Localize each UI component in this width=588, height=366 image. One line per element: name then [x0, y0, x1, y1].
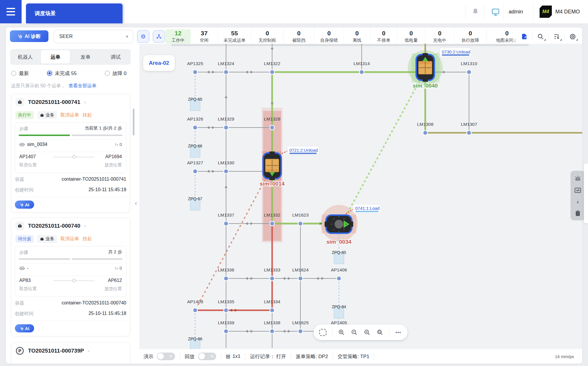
map-node[interactable] [270, 329, 274, 334]
map-node[interactable] [337, 276, 341, 281]
sidebar-collapse-handle[interactable]: ‹ [135, 199, 137, 207]
replay-toggle[interactable]: N [198, 353, 216, 360]
stat-self-error[interactable]: 0自身报错 [314, 27, 344, 46]
map-node[interactable] [298, 221, 303, 226]
traffic-strategy[interactable]: 交管策略: TP1 [338, 353, 370, 360]
map-node[interactable] [193, 169, 197, 174]
hold-order-link[interactable]: 挂起 [83, 112, 92, 118]
zoom-fit-selection-button[interactable] [377, 329, 384, 336]
ai-diagnose-button[interactable]: AI 诊断 [10, 30, 48, 42]
stat-not-accepting[interactable]: 0不接单 [370, 27, 397, 46]
sidebar-scrollbar[interactable] [133, 109, 134, 135]
box-select-button[interactable] [319, 329, 326, 336]
grid-value[interactable]: 1x1 [232, 353, 240, 359]
settings-button[interactable]: ⚙ [137, 30, 149, 43]
stat-unfinished-orders[interactable]: 55未完成运单 [218, 27, 251, 46]
zoom-out-button[interactable] [351, 329, 358, 336]
user-menu[interactable]: admin [509, 0, 523, 23]
view-all-orders-link[interactable]: 查看全部运单 [69, 83, 97, 88]
map-node[interactable] [224, 125, 228, 130]
node-label: LM1324 [218, 61, 234, 66]
stat-low-battery[interactable]: 0低电量 [397, 27, 425, 46]
stat-idle[interactable]: 37空闲 [191, 27, 218, 46]
map-node[interactable] [224, 329, 228, 334]
map-node[interactable] [270, 70, 274, 74]
map-node[interactable] [467, 130, 471, 135]
hamburger-menu-button[interactable] [0, 0, 22, 23]
map-node[interactable] [224, 169, 228, 174]
map-node[interactable] [270, 276, 274, 281]
tab-orders[interactable]: 运单 [41, 50, 70, 64]
filter-button[interactable] [549, 31, 564, 42]
edit-map-button[interactable] [517, 31, 532, 42]
scene-selector[interactable]: SEER ▼ [54, 30, 133, 43]
tab-debug[interactable]: 调试 [101, 50, 130, 64]
chevron-right-icon[interactable]: › [84, 223, 86, 229]
zoom-fit-image-button[interactable] [364, 329, 371, 336]
notification-bell-icon[interactable] [471, 8, 480, 17]
monitor-icon[interactable] [491, 8, 500, 18]
map-node[interactable] [359, 70, 364, 74]
robot-marker[interactable] [263, 151, 281, 180]
ai-diagnose-order-button[interactable]: AI [15, 201, 34, 209]
map-node[interactable] [224, 308, 228, 313]
order-card[interactable]: TO20251011-000740 › 待分派 业务 取消运单 挂起 步骤 共 … [11, 218, 130, 336]
run-record[interactable]: 运行记录： 打开 [250, 353, 286, 360]
filter-fault[interactable]: 故障 0 [105, 70, 127, 77]
node-label: LM1337 [218, 212, 234, 217]
edge-arrow-icon [251, 222, 253, 225]
map-node[interactable] [224, 70, 228, 74]
stat-exec-fault[interactable]: 0执行故障 [454, 27, 487, 46]
stethoscope-icon [18, 34, 22, 39]
filter-unfinished[interactable]: 未完成 55 [47, 70, 77, 77]
tab-robots[interactable]: 机器人 [11, 50, 40, 64]
map-node[interactable] [224, 221, 228, 226]
area-label[interactable]: Area-02 [143, 55, 175, 71]
stat-working[interactable]: 12工作中 [166, 29, 191, 44]
map-node[interactable] [270, 221, 274, 226]
robot-marker[interactable] [325, 215, 353, 233]
app-title-tab[interactable]: 调度场景 [26, 4, 123, 23]
view-options-button[interactable] [565, 31, 580, 42]
alarm-siren-button[interactable] [574, 174, 582, 182]
map-node[interactable] [298, 276, 303, 281]
map-canvas[interactable]: ZPQ-65ZPQ-66ZPQ-67ZPQ-85ZPQ-84ZPQ-86AP13… [139, 44, 582, 349]
map-node[interactable] [193, 308, 197, 313]
stat-offline[interactable]: 0离线 [344, 27, 370, 46]
filter-latest[interactable]: 最新 [11, 70, 29, 77]
stat-charging[interactable]: 0充电中 [425, 27, 454, 46]
chevron-right-icon[interactable]: › [88, 348, 90, 354]
divider [374, 353, 374, 360]
map-node[interactable] [298, 329, 303, 334]
zoom-in-button[interactable] [338, 329, 345, 336]
map-node[interactable] [270, 308, 274, 313]
ai-diagnose-order-button[interactable]: AI [15, 324, 34, 332]
hold-order-link[interactable]: 挂起 [83, 236, 92, 242]
tab-create-order[interactable]: 发单 [71, 50, 100, 64]
node-label: LM1308 [417, 122, 433, 127]
topology-button[interactable] [153, 30, 165, 43]
order-card[interactable]: TO20251011-000741 › 执行中 业务 取消运单 挂起 步骤 当前… [11, 94, 130, 212]
collapse-chevron-icon[interactable]: ‹ [577, 198, 579, 205]
collapsed-drawer-edge[interactable] [584, 163, 588, 223]
stat-no-control[interactable]: 0无控制权 [251, 27, 284, 46]
map-node[interactable] [270, 125, 274, 130]
stat-blocked[interactable]: 0被阻挡 [284, 27, 314, 46]
map-node[interactable] [423, 130, 428, 135]
map-node[interactable] [193, 70, 197, 74]
monitor-chart-button[interactable] [574, 187, 582, 194]
dispatch-strategy[interactable]: 派单策略: DP2 [296, 353, 328, 360]
more-tools-button[interactable]: ⋯ [395, 329, 402, 336]
map-node[interactable] [467, 70, 471, 74]
map-node[interactable] [224, 276, 228, 281]
demo-toggle[interactable]: N [157, 353, 175, 360]
robot-marker[interactable] [416, 53, 434, 82]
order-card[interactable]: P TO20251011-000739P › [11, 343, 130, 364]
search-button[interactable] [533, 31, 548, 42]
chevron-right-icon[interactable]: › [84, 99, 86, 105]
cancel-order-link[interactable]: 取消运单 [60, 112, 79, 118]
cancel-order-link[interactable]: 取消运单 [60, 236, 79, 242]
clipboard-button[interactable] [574, 210, 581, 217]
zpq-label: ZPQ-86 [188, 337, 202, 341]
map-node[interactable] [193, 125, 197, 130]
